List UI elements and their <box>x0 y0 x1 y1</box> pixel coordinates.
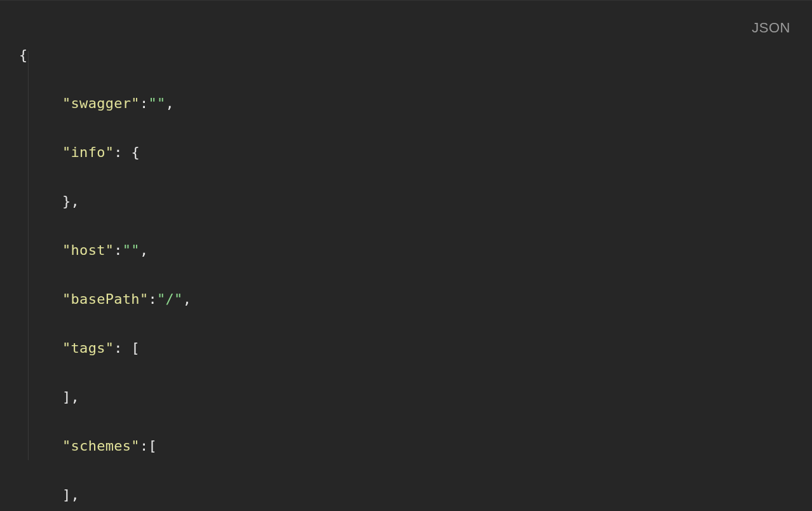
json-string: "" <box>148 95 165 111</box>
comma: , <box>140 242 149 258</box>
json-string: "" <box>123 242 140 258</box>
brace-open: { <box>131 144 140 160</box>
bracket-close: ], <box>62 389 79 405</box>
json-key: "basePath" <box>62 291 148 307</box>
json-key: "host" <box>62 242 114 258</box>
colon: : <box>114 242 123 258</box>
code-line: }, <box>19 189 793 214</box>
bracket-open: [ <box>148 438 157 454</box>
json-key: "tags" <box>62 340 114 356</box>
code-line: "swagger":"", <box>19 92 793 116</box>
language-badge: JSON <box>752 16 790 41</box>
code-line: "info": { <box>19 140 793 165</box>
json-key: "info" <box>62 144 114 160</box>
json-string: "/" <box>157 291 183 307</box>
code-block-container: JSON { "swagger":"", "info": { }, "host"… <box>0 0 812 511</box>
code-line: { <box>19 43 793 67</box>
code-content[interactable]: { "swagger":"", "info": { }, "host":"", … <box>19 18 793 511</box>
comma: , <box>166 95 175 111</box>
code-line: "basePath":"/", <box>19 287 793 311</box>
colon: : <box>114 340 131 356</box>
code-line: "tags": [ <box>19 336 793 360</box>
brace-close: }, <box>62 193 79 209</box>
colon: : <box>140 438 149 454</box>
bracket-close: ], <box>62 487 79 503</box>
json-key: "schemes" <box>62 438 140 454</box>
indent-guide <box>28 51 29 460</box>
code-line: ], <box>19 385 793 409</box>
comma: , <box>183 291 192 307</box>
brace-open: { <box>19 47 28 63</box>
code-line: "schemes":[ <box>19 434 793 458</box>
colon: : <box>148 291 157 307</box>
json-key: "swagger" <box>62 95 140 111</box>
bracket-open: [ <box>131 340 140 356</box>
code-line: ], <box>19 483 793 507</box>
colon: : <box>114 144 131 160</box>
colon: : <box>140 95 149 111</box>
code-line: "host":"", <box>19 238 793 262</box>
